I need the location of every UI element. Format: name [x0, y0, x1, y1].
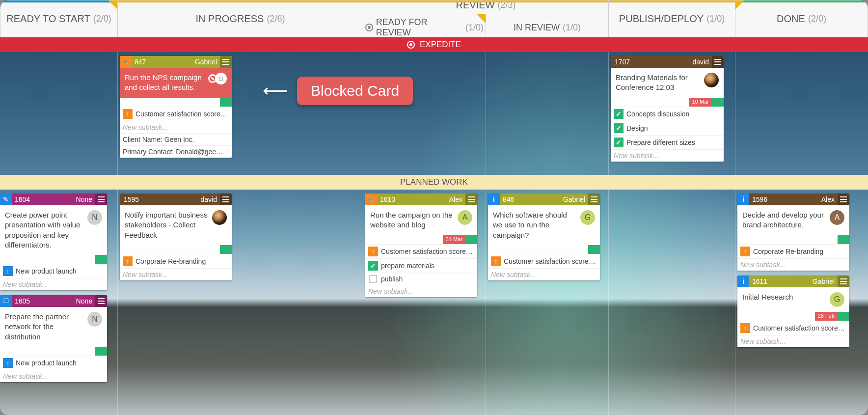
col-title: READY TO START [6, 13, 90, 25]
new-subtask-input[interactable]: New subtask... [0, 370, 107, 382]
parent-name[interactable]: Corporate Re-branding [753, 248, 823, 255]
card-1604[interactable]: 1604 None Create power point presentatio… [0, 194, 107, 290]
assignee-avatar[interactable] [212, 210, 227, 225]
subtask-label[interactable]: Design [626, 124, 648, 132]
card-title: Decide and develop your brand architectu… [742, 210, 826, 230]
parent-link-icon [123, 109, 133, 119]
column-in-progress[interactable]: IN PROGRESS (2/6) [118, 0, 363, 37]
card-color-tag [712, 98, 724, 107]
expedite-icon [407, 41, 415, 49]
assignee-avatar[interactable]: A [830, 210, 844, 225]
card-1605[interactable]: 1605 None Prepare the partner network fo… [0, 295, 107, 382]
card-assignee: Alex [449, 195, 465, 203]
card-menu-button[interactable] [220, 194, 232, 205]
card-menu-button[interactable] [95, 194, 107, 205]
assignee-avatar[interactable]: N [87, 312, 102, 327]
column-review[interactable]: REVIEW (2/3) READY FOR REVIEW (1/0) IN R… [363, 0, 609, 37]
parent-link-icon [368, 247, 378, 256]
new-subtask-input[interactable]: New subtask... [737, 335, 849, 347]
parent-link-icon [3, 266, 13, 276]
new-subtask-input[interactable]: New subtask... [611, 149, 724, 162]
swimlane-expedite-header[interactable]: EXPEDITE [0, 37, 868, 52]
card-menu-button[interactable] [220, 56, 232, 68]
card-1611[interactable]: 1611 Gabriel Initial Research G 28 Feb C… [737, 276, 849, 347]
card-assignee: david [693, 58, 712, 66]
column-done[interactable]: DONE (2/0) [735, 0, 868, 37]
card-assignee: Alex [821, 195, 838, 203]
swimlane-planned-header[interactable]: PLANNED WORK [0, 175, 868, 190]
assignee-avatar[interactable]: A [458, 210, 472, 225]
parent-name[interactable]: Customer satisfaction score c… [381, 248, 474, 255]
card-menu-button[interactable] [588, 194, 600, 205]
card-id: 1611 [749, 277, 813, 285]
subtask-todo-icon[interactable] [369, 275, 377, 283]
col-title: IN PROGRESS [196, 13, 264, 25]
annotation-blocked-card: ⟵ Blocked Card [263, 77, 413, 105]
column-publish-deploy[interactable]: PUBLISH/DEPLOY (1/0) [609, 0, 735, 37]
new-subtask-input[interactable]: New subtask... [0, 278, 107, 290]
parent-link-icon [740, 323, 750, 333]
subtask-label[interactable]: publish [381, 275, 403, 283]
card-id: 1604 [12, 195, 76, 203]
wip-counter: (2/0) [808, 14, 826, 24]
card-menu-button[interactable] [712, 56, 724, 68]
subtask-label[interactable]: Concepts discussion [626, 110, 689, 118]
new-subtask-input[interactable]: New subtask... [737, 258, 849, 271]
card-title: Run the NPS campaign and collect all res… [125, 73, 204, 93]
card-color-tag [95, 255, 107, 264]
parent-name[interactable]: Customer satisfaction score c… [504, 257, 597, 265]
new-subtask-input[interactable]: New subtask... [488, 268, 600, 280]
card-menu-button[interactable] [838, 276, 849, 287]
assignee-avatar[interactable]: N [87, 210, 102, 225]
parent-name[interactable]: New product launch [16, 359, 77, 367]
card-color-tag [838, 312, 849, 321]
lane-title: PLANNED WORK [400, 177, 468, 187]
blocked-indicator: G [208, 73, 227, 84]
subtask-done-icon[interactable] [614, 138, 624, 147]
card-menu-button[interactable] [465, 194, 477, 205]
assignee-avatar[interactable] [704, 73, 719, 87]
card-type-icon [120, 56, 132, 68]
parent-link-icon [123, 256, 133, 266]
assignee-avatar[interactable]: G [830, 292, 844, 307]
card-menu-button[interactable] [838, 194, 849, 205]
parent-name[interactable]: Corporate Re-branding [136, 257, 206, 265]
swimlane-expedite: 847 Gabriel Run the NPS campaign and col… [0, 52, 868, 175]
new-subtask-input[interactable]: New subtask... [365, 285, 477, 297]
card-assignee: Gabriel [813, 277, 838, 285]
card-1596[interactable]: 1596 Alex Decide and develop your brand … [737, 194, 849, 271]
column-ready-to-start[interactable]: READY TO START (2/0) [0, 0, 118, 37]
card-846[interactable]: 846 Gabriel Which software should we use… [488, 194, 600, 280]
subtask-done-icon[interactable] [614, 123, 624, 133]
subtask-label[interactable]: Prepare different sizes [626, 138, 695, 146]
card-id: 1707 [611, 58, 693, 66]
subtask-done-icon[interactable] [368, 261, 378, 271]
annotation-label: Blocked Card [297, 77, 413, 105]
col-title: PUBLISH/DEPLOY [619, 13, 704, 25]
subcolumn-in-review[interactable]: IN REVIEW (1/0) [486, 14, 608, 41]
card-1610[interactable]: 1610 Alex Run the campaign on the websit… [365, 194, 477, 297]
card-assignee: Gabriel [563, 195, 588, 203]
card-id: 847 [132, 58, 195, 66]
assignee-avatar[interactable]: G [580, 210, 595, 225]
card-menu-button[interactable] [95, 295, 107, 307]
parent-name[interactable]: New product launch [16, 267, 77, 275]
card-color-tag [220, 245, 232, 254]
parent-name[interactable]: Customer satisfaction score c… [136, 110, 229, 118]
card-color-tag [588, 245, 600, 254]
card-1707[interactable]: 1707 david Branding Materials for Confer… [611, 56, 724, 162]
card-color-tag [95, 347, 107, 356]
due-date-tag: 31 Mar [443, 235, 465, 244]
card-assignee: None [76, 195, 95, 203]
subcolumn-ready-for-review[interactable]: READY FOR REVIEW (1/0) [363, 14, 486, 41]
parent-name[interactable]: Customer satisfaction score c… [753, 324, 846, 332]
card-color-tag [465, 235, 477, 244]
card-title: Initial Research [742, 292, 826, 302]
new-subtask-input[interactable]: New subtask... [120, 121, 232, 133]
card-1595[interactable]: 1595 david Notify important business sta… [120, 194, 232, 280]
subcol-title: READY FOR REVIEW [376, 17, 462, 38]
card-847[interactable]: 847 Gabriel Run the NPS campaign and col… [120, 56, 232, 158]
subtask-label[interactable]: prepare materials [381, 262, 434, 270]
new-subtask-input[interactable]: New subtask... [120, 268, 232, 280]
subtask-done-icon[interactable] [614, 109, 624, 119]
